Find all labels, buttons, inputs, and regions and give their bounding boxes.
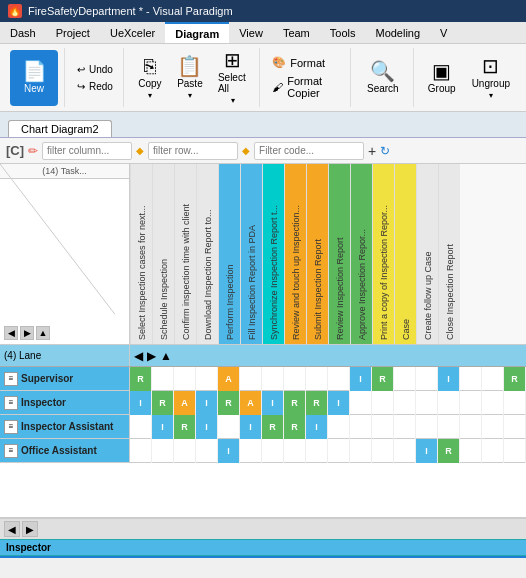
cell-3-17 — [504, 439, 526, 463]
cell-3-14: R — [438, 439, 460, 463]
search-button[interactable]: 🔍 Search — [359, 50, 407, 106]
menu-dash[interactable]: Dash — [0, 22, 46, 43]
cell-3-7 — [284, 439, 306, 463]
ungroup-button[interactable]: ⊡ Ungroup ▾ — [466, 50, 516, 106]
task-col-header-7: Review and touch up Inspection... — [284, 164, 306, 344]
cell-0-17: R — [504, 367, 526, 391]
nav-left[interactable]: ◀ — [4, 326, 18, 340]
cell-0-4: A — [218, 367, 240, 391]
toolbar-group-new: 📄 New — [4, 48, 65, 107]
cell-1-12 — [394, 391, 416, 415]
task-col-header-10: Approve Inspection Repor... — [350, 164, 372, 344]
cell-0-10: I — [350, 367, 372, 391]
nav-arrows-bar: ◀ ▶ — [0, 518, 526, 539]
cell-2-7: R — [284, 415, 306, 439]
cell-1-13 — [416, 391, 438, 415]
cell-1-15 — [460, 391, 482, 415]
task-column-headers: Select Inspection cases for next...Sched… — [130, 164, 526, 344]
nav-arrow-right[interactable]: ▶ — [22, 521, 38, 537]
task-col-header-14: Close Inspection Report — [438, 164, 460, 344]
select-all-button[interactable]: ⊞ Select All ▾ — [212, 50, 253, 106]
toolbar-group-undo: ↩ Undo ↪ Redo — [67, 48, 124, 107]
group-icon: ▣ — [432, 61, 451, 81]
column-headers: (14) Task... ◀ ▶ ▲ Select Inspection cas… — [0, 164, 526, 345]
lane-cells-3: IIR — [130, 439, 526, 462]
task-col-header-0: Select Inspection cases for next... — [130, 164, 152, 344]
nav-up[interactable]: ▲ — [36, 326, 50, 340]
toolbar-group-clipboard: ⎘ Copy ▾ 📋 Paste ▾ ⊞ Select All ▾ — [126, 48, 260, 107]
lane-header-controls: ◀ ▶ ▲ — [130, 345, 526, 366]
undo-button[interactable]: ↩ Undo — [73, 62, 117, 77]
lane-expand-button[interactable]: ▶ — [147, 349, 156, 363]
toolbar: 📄 New ↩ Undo ↪ Redo ⎘ Copy ▾ 📋 Paste ▾ — [0, 44, 526, 112]
undo-label: Undo — [89, 64, 113, 75]
format-copier-button[interactable]: 🖌 Format Copier — [268, 73, 344, 101]
cell-0-5 — [240, 367, 262, 391]
cell-3-13: I — [416, 439, 438, 463]
cell-2-14 — [438, 415, 460, 439]
cell-3-3 — [196, 439, 218, 463]
filter-column-input[interactable] — [42, 142, 132, 160]
lane-header-row: (4) Lane ◀ ▶ ▲ — [0, 345, 526, 367]
cell-0-16 — [482, 367, 504, 391]
task-col-header-13: Create follow up Case — [416, 164, 438, 344]
nav-right[interactable]: ▶ — [20, 326, 34, 340]
cell-1-4: R — [218, 391, 240, 415]
redo-button[interactable]: ↪ Redo — [73, 79, 117, 94]
new-button[interactable]: 📄 New — [10, 50, 58, 106]
lane-name-3: Office Assistant — [21, 445, 97, 456]
menu-uexceler[interactable]: UeXceler — [100, 22, 165, 43]
menubar: Dash Project UeXceler Diagram View Team … — [0, 22, 526, 44]
lane-name-2: Inspector Assistant — [21, 421, 113, 432]
group-button[interactable]: ▣ Group — [422, 50, 462, 106]
cell-1-16 — [482, 391, 504, 415]
cell-3-9 — [328, 439, 350, 463]
paste-button[interactable]: 📋 Paste ▾ — [172, 50, 208, 106]
lane-name-1: Inspector — [21, 397, 66, 408]
format-button[interactable]: 🎨 Format — [268, 54, 344, 71]
menu-modeling[interactable]: Modeling — [365, 22, 430, 43]
filter-column-diamond: ◆ — [136, 145, 144, 156]
menu-team[interactable]: Team — [273, 22, 320, 43]
lane-up-button[interactable]: ▲ — [160, 349, 172, 363]
cell-3-4: I — [218, 439, 240, 463]
swim-lane-rows: ≡SupervisorRAIRIRR≡InspectorIRAIRAIRRI≡I… — [0, 367, 526, 463]
filter-refresh-button[interactable]: ↻ — [380, 144, 390, 158]
cell-1-6: I — [262, 391, 284, 415]
swimlane-container: (14) Task... ◀ ▶ ▲ Select Inspection cas… — [0, 164, 526, 518]
lane-collapse-button[interactable]: ◀ — [134, 349, 143, 363]
chart-diagram-tab[interactable]: Chart Diagram2 — [8, 120, 112, 137]
filterbar: [C] ✏ ◆ ◆ + ↻ — [0, 138, 526, 164]
filter-code-input[interactable] — [254, 142, 364, 160]
cell-1-17 — [504, 391, 526, 415]
app-title: FireSafetyDepartment * - Visual Paradigm — [28, 5, 233, 17]
task-col-header-5: Fill Inspection Report in PDA — [240, 164, 262, 344]
cell-2-9 — [328, 415, 350, 439]
copy-button[interactable]: ⎘ Copy ▾ — [132, 50, 168, 106]
ungroup-icon: ⊡ — [482, 56, 499, 76]
menu-v[interactable]: V — [430, 22, 457, 43]
filter-row-input[interactable] — [148, 142, 238, 160]
cell-0-7 — [284, 367, 306, 391]
cell-0-9 — [328, 367, 350, 391]
menu-tools[interactable]: Tools — [320, 22, 366, 43]
cell-2-10 — [350, 415, 372, 439]
menu-project[interactable]: Project — [46, 22, 100, 43]
cell-1-9: I — [328, 391, 350, 415]
cell-0-0: R — [130, 367, 152, 391]
lane-label-1: ≡Inspector — [0, 391, 130, 414]
undo-redo-group: ↩ Undo ↪ Redo — [73, 62, 117, 94]
cell-1-0: I — [130, 391, 152, 415]
swim-row-0: ≡SupervisorRAIRIRR — [0, 367, 526, 391]
toolbar-group-group: ▣ Group ⊡ Ungroup ▾ — [416, 48, 522, 107]
cell-2-1: I — [152, 415, 174, 439]
cell-3-1 — [152, 439, 174, 463]
nav-arrow-left[interactable]: ◀ — [4, 521, 20, 537]
copy-icon: ⎘ — [144, 56, 156, 76]
cell-3-15 — [460, 439, 482, 463]
inspector-bar: Inspector — [0, 539, 526, 556]
filter-add-button[interactable]: + — [368, 143, 376, 159]
lane-cells-0: RAIRIRR — [130, 367, 526, 390]
menu-view[interactable]: View — [229, 22, 273, 43]
menu-diagram[interactable]: Diagram — [165, 22, 229, 43]
